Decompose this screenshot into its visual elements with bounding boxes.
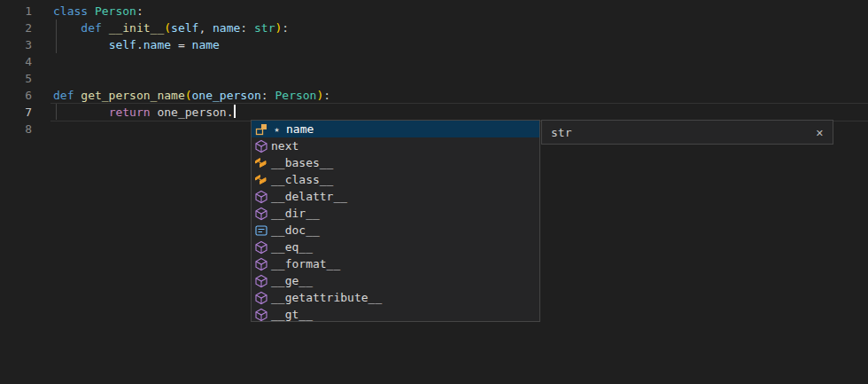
variable-icon <box>254 223 268 238</box>
code-line[interactable]: 3 self.name = name <box>0 36 868 53</box>
code-text: def get_person_name(one_person: Person): <box>32 87 330 104</box>
suggestion-item-format[interactable]: __format__ <box>252 255 539 272</box>
field-icon <box>254 122 268 137</box>
code-line[interactable]: 6def get_person_name(one_person: Person)… <box>0 87 868 104</box>
suggestion-item-dir[interactable]: __dir__ <box>252 205 539 222</box>
line-number: 4 <box>0 53 32 70</box>
line-number: 2 <box>0 20 32 36</box>
suggestion-label: __eq__ <box>271 239 313 255</box>
line-number: 8 <box>0 121 32 137</box>
code-editor[interactable]: 1class Person:2 def __init__(self, name:… <box>0 0 868 384</box>
method-icon <box>254 257 268 271</box>
suggestion-item-ge[interactable]: __ge__ <box>252 272 539 289</box>
code-text: class Person: <box>32 3 143 20</box>
suggestion-item-bases[interactable]: __bases__ <box>252 154 539 171</box>
method-icon <box>254 207 268 221</box>
suggestion-label: __dir__ <box>271 205 320 222</box>
doc-panel: str ✕ <box>541 120 833 145</box>
suggestion-item-getattribute[interactable]: __getattribute__ <box>252 289 539 306</box>
close-icon[interactable]: ✕ <box>816 121 824 145</box>
method-icon <box>254 240 268 255</box>
code-lines: 1class Person:2 def __init__(self, name:… <box>0 3 868 137</box>
method-icon <box>254 139 268 153</box>
error-squiggle <box>50 116 64 120</box>
class-icon <box>254 156 268 170</box>
code-line[interactable]: 2 def __init__(self, name: str): <box>0 20 868 36</box>
method-icon <box>254 308 268 322</box>
method-icon <box>254 291 268 305</box>
suggestion-label: __getattribute__ <box>271 289 382 306</box>
code-line[interactable]: 1class Person: <box>0 3 868 20</box>
code-text <box>32 70 53 87</box>
code-text: self.name = name <box>32 36 220 53</box>
code-text <box>32 121 53 137</box>
doc-panel-title: str <box>551 124 571 141</box>
suggestion-item-eq[interactable]: __eq__ <box>252 239 539 255</box>
suggestion-label: __format__ <box>271 255 340 272</box>
error-squiggle <box>226 116 237 120</box>
suggestion-label: __delattr__ <box>271 188 347 205</box>
method-icon <box>254 274 268 288</box>
line-number: 1 <box>0 3 32 20</box>
method-icon <box>254 190 268 204</box>
code-line[interactable]: 4 <box>0 53 868 70</box>
code-line[interactable]: 7 return one_person. <box>0 104 868 121</box>
suggestion-label: __doc__ <box>271 222 320 239</box>
line-number: 6 <box>0 87 32 104</box>
suggestion-item-gt[interactable]: __gt__ <box>252 306 539 322</box>
line-number: 7 <box>0 104 32 121</box>
suggestion-label: __ge__ <box>271 272 313 289</box>
suggestion-label: __bases__ <box>271 154 333 171</box>
suggestion-item-next[interactable]: next <box>252 137 539 154</box>
suggest-widget: ★namenext__bases____class____delattr____… <box>251 120 540 322</box>
suggestion-label: next <box>271 137 298 154</box>
code-text <box>32 53 53 70</box>
line-number: 3 <box>0 36 32 53</box>
intellicode-star-icon: ★ <box>271 121 283 137</box>
suggestion-label: __gt__ <box>271 306 313 322</box>
code-text: def __init__(self, name: str): <box>32 20 289 36</box>
class-icon <box>254 173 268 187</box>
suggestion-item-class[interactable]: __class__ <box>252 171 539 188</box>
code-line[interactable]: 5 <box>0 70 868 87</box>
line-number: 5 <box>0 70 32 87</box>
suggestion-label: __class__ <box>271 171 333 188</box>
suggestion-item-name[interactable]: ★name <box>252 121 539 137</box>
suggestion-item-doc[interactable]: __doc__ <box>252 222 539 239</box>
suggestion-item-delattr[interactable]: __delattr__ <box>252 188 539 205</box>
suggestion-label: name <box>286 121 314 137</box>
